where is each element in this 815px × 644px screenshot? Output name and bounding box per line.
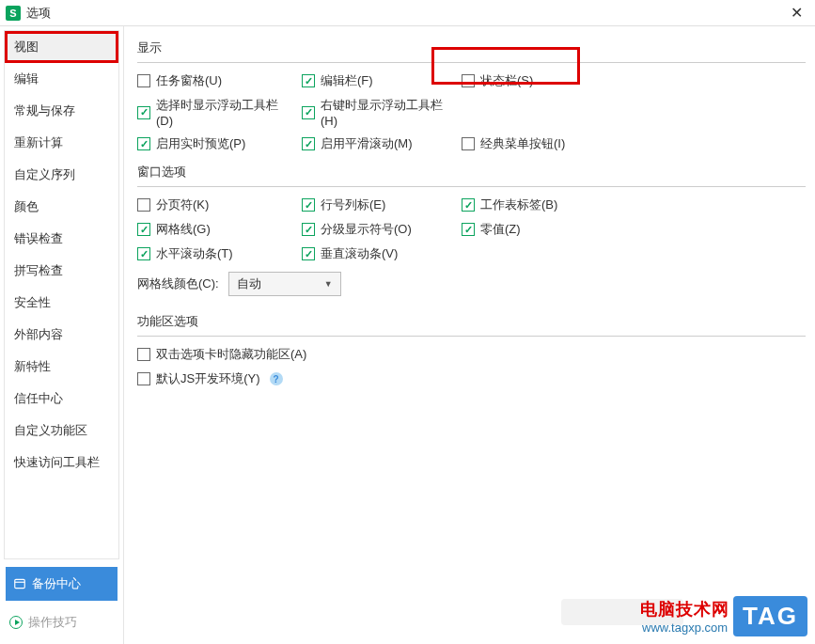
float-toolbar-select-option: 选择时显示浮动工具栏(D): [137, 97, 292, 128]
hscroll-label: 水平滚动条(T): [156, 245, 233, 262]
sidebar-item-security[interactable]: 安全性: [5, 287, 118, 319]
status-bar-option: 状态栏(S): [462, 72, 603, 89]
sidebar-item-custom-series[interactable]: 自定义序列: [5, 159, 118, 191]
sidebar-item-trust[interactable]: 信任中心: [5, 383, 118, 415]
watermark: 电脑技术网 www.tagxp.com TAG: [640, 596, 807, 636]
vscroll-option: 垂直滚动条(V): [302, 245, 452, 262]
display-row-2: 选择时显示浮动工具栏(D) 右键时显示浮动工具栏(H): [137, 97, 806, 128]
ribbon-row-1: 双击选项卡时隐藏功能区(A): [137, 346, 806, 363]
float-toolbar-select-label: 选择时显示浮动工具栏(D): [156, 97, 292, 128]
smooth-scroll-option: 启用平滑滚动(M): [302, 135, 452, 152]
sidebar-item-external[interactable]: 外部内容: [5, 319, 118, 351]
sidebar-item-view[interactable]: 视图: [5, 31, 118, 63]
watermark-url: www.tagxp.com: [640, 620, 729, 635]
section-window-title: 窗口选项: [137, 160, 806, 187]
page-break-label: 分页符(K): [156, 196, 209, 213]
status-bar-label: 状态栏(S): [480, 72, 533, 89]
sidebar-item-edit[interactable]: 编辑: [5, 63, 118, 95]
window-row-3: 水平滚动条(T) 垂直滚动条(V): [137, 245, 806, 262]
backup-icon: [13, 577, 26, 590]
window-title: 选项: [26, 5, 783, 22]
close-icon[interactable]: ✕: [783, 0, 809, 26]
float-toolbar-select-checkbox[interactable]: [137, 106, 150, 119]
backup-label: 备份中心: [32, 575, 81, 592]
section-ribbon-title: 功能区选项: [137, 309, 806, 337]
live-preview-checkbox[interactable]: [137, 137, 150, 150]
hide-ribbon-checkbox[interactable]: [137, 348, 150, 361]
main: 视图 编辑 常规与保存 重新计算 自定义序列 颜色 错误检查 拼写检查 安全性 …: [0, 26, 815, 644]
outline-symbols-checkbox[interactable]: [302, 223, 315, 236]
tips-label: 操作技巧: [28, 614, 77, 631]
watermark-cn: 电脑技术网: [640, 598, 729, 620]
zero-values-label: 零值(Z): [480, 221, 521, 238]
grid-color-row: 网格线颜色(C): 自动 ▼: [137, 272, 806, 296]
task-pane-label: 任务窗格(U): [156, 72, 222, 89]
hide-ribbon-label: 双击选项卡时隐藏功能区(A): [156, 346, 306, 363]
row-col-headers-label: 行号列标(E): [321, 196, 385, 213]
sidebar-item-quick-access[interactable]: 快速访问工具栏: [5, 447, 118, 479]
zero-values-checkbox[interactable]: [462, 223, 475, 236]
formula-bar-option: 编辑栏(F): [302, 72, 452, 89]
sidebar-item-color[interactable]: 颜色: [5, 191, 118, 223]
formula-bar-label: 编辑栏(F): [321, 72, 373, 89]
js-dev-checkbox[interactable]: [137, 372, 150, 385]
sidebar-item-custom-ribbon[interactable]: 自定义功能区: [5, 415, 118, 447]
watermark-text: 电脑技术网 www.tagxp.com: [640, 598, 729, 635]
classic-menu-checkbox[interactable]: [462, 137, 475, 150]
smooth-scroll-label: 启用平滑滚动(M): [321, 135, 413, 152]
live-preview-label: 启用实时预览(P): [156, 135, 245, 152]
section-display-title: 显示: [137, 36, 806, 63]
sidebar-item-spell-check[interactable]: 拼写检查: [5, 255, 118, 287]
formula-bar-checkbox[interactable]: [302, 74, 315, 87]
svg-rect-0: [15, 579, 25, 588]
sheet-tabs-option: 工作表标签(B): [462, 196, 603, 213]
sheet-tabs-checkbox[interactable]: [462, 198, 475, 212]
classic-menu-label: 经典菜单按钮(I): [480, 135, 565, 152]
page-break-checkbox[interactable]: [137, 198, 150, 212]
zero-values-option: 零值(Z): [462, 221, 603, 238]
help-icon[interactable]: ?: [270, 372, 283, 385]
window-row-2: 网格线(G) 分级显示符号(O) 零值(Z): [137, 221, 806, 238]
classic-menu-option: 经典菜单按钮(I): [462, 135, 603, 152]
watermark-tag: TAG: [733, 596, 807, 636]
outline-symbols-label: 分级显示符号(O): [321, 221, 412, 238]
js-dev-option: 默认JS开发环境(Y) ?: [137, 370, 283, 387]
sidebar-nav: 视图 编辑 常规与保存 重新计算 自定义序列 颜色 错误检查 拼写检查 安全性 …: [4, 30, 119, 559]
grid-color-value: 自动: [237, 275, 261, 292]
app-icon: S: [6, 6, 21, 21]
vscroll-label: 垂直滚动条(V): [321, 245, 398, 262]
titlebar: S 选项 ✕: [0, 0, 815, 26]
live-preview-option: 启用实时预览(P): [137, 135, 292, 152]
play-icon: [9, 616, 23, 629]
row-col-headers-checkbox[interactable]: [302, 198, 315, 212]
gridlines-checkbox[interactable]: [137, 223, 150, 236]
float-toolbar-rclick-option: 右键时显示浮动工具栏(H): [302, 97, 452, 128]
window-row-1: 分页符(K) 行号列标(E) 工作表标签(B): [137, 196, 806, 213]
display-row-3: 启用实时预览(P) 启用平滑滚动(M) 经典菜单按钮(I): [137, 135, 806, 152]
hscroll-checkbox[interactable]: [137, 247, 150, 260]
sidebar: 视图 编辑 常规与保存 重新计算 自定义序列 颜色 错误检查 拼写检查 安全性 …: [0, 26, 124, 644]
ribbon-row-2: 默认JS开发环境(Y) ?: [137, 370, 806, 387]
chevron-down-icon: ▼: [324, 279, 333, 289]
vscroll-checkbox[interactable]: [302, 247, 315, 260]
hscroll-option: 水平滚动条(T): [137, 245, 292, 262]
hide-ribbon-option: 双击选项卡时隐藏功能区(A): [137, 346, 306, 363]
gridlines-option: 网格线(G): [137, 221, 292, 238]
status-bar-checkbox[interactable]: [462, 74, 475, 87]
float-toolbar-rclick-checkbox[interactable]: [302, 106, 315, 119]
row-col-headers-option: 行号列标(E): [302, 196, 452, 213]
sidebar-item-recalc[interactable]: 重新计算: [5, 127, 118, 159]
float-toolbar-rclick-label: 右键时显示浮动工具栏(H): [321, 97, 452, 128]
sidebar-item-error-check[interactable]: 错误检查: [5, 223, 118, 255]
sidebar-item-general-save[interactable]: 常规与保存: [5, 95, 118, 127]
display-row-1: 任务窗格(U) 编辑栏(F) 状态栏(S): [137, 72, 806, 89]
grid-color-dropdown[interactable]: 自动 ▼: [228, 272, 341, 296]
page-break-option: 分页符(K): [137, 196, 292, 213]
js-dev-label: 默认JS开发环境(Y): [156, 370, 260, 387]
tips-link[interactable]: 操作技巧: [4, 608, 119, 640]
gridlines-label: 网格线(G): [156, 221, 211, 238]
smooth-scroll-checkbox[interactable]: [302, 137, 315, 150]
sidebar-item-new-features[interactable]: 新特性: [5, 351, 118, 383]
task-pane-checkbox[interactable]: [137, 74, 150, 87]
backup-center-button[interactable]: 备份中心: [6, 567, 118, 601]
